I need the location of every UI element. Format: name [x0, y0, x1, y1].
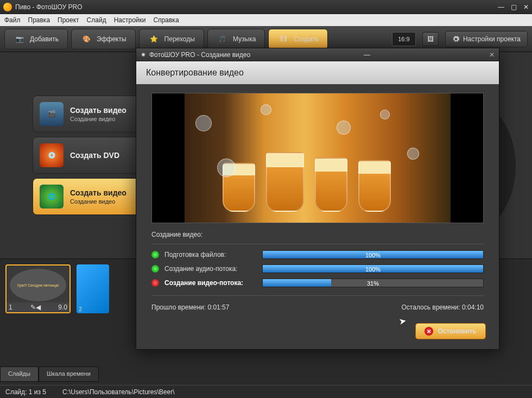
- tab-slides[interactable]: Слайды: [0, 367, 39, 382]
- stop-button[interactable]: ✕ Остановить: [415, 323, 486, 339]
- timeline-thumb-2[interactable]: 2: [77, 264, 109, 313]
- video-preview: [151, 93, 484, 223]
- reel-icon: ✷: [141, 51, 146, 59]
- frame-icon-button[interactable]: 🖼: [422, 32, 439, 46]
- palette-icon: 🎨: [80, 33, 92, 45]
- star-icon: ⭐: [148, 33, 160, 45]
- close-icon[interactable]: ✕: [523, 3, 529, 11]
- dialog-titlebar: ✷ ФотоШОУ PRO - Создание видео — ✕: [136, 48, 499, 61]
- progress-bar: 100%: [262, 250, 484, 259]
- create-button[interactable]: 🎞Создать: [268, 29, 328, 49]
- effects-button[interactable]: 🎨Эффекты: [71, 29, 136, 49]
- separator: [151, 244, 484, 244]
- music-button[interactable]: 🎵Музыка: [207, 29, 265, 49]
- dvd-icon: 💿: [40, 143, 64, 167]
- check-icon: [151, 265, 159, 273]
- reel-icon: 🎞: [277, 33, 289, 45]
- statusbar: Слайд: 1 из 5 C:\Users\Пользователь\Pict…: [0, 385, 532, 398]
- menu-edit[interactable]: Правка: [28, 16, 50, 24]
- transitions-button[interactable]: ⭐Переходы: [139, 29, 204, 49]
- thumb-preview: Ура!!! Сегодня пятница!: [10, 269, 66, 301]
- menu-settings[interactable]: Настройки: [114, 16, 146, 24]
- progress-bar: 31%: [262, 279, 484, 287]
- time-row: Прошло времени: 0:01:57 Осталось времени…: [151, 304, 484, 311]
- tab-timescale[interactable]: Шкала времени: [39, 367, 99, 382]
- dialog-body: Создание видео: Подготовка файлов: 100% …: [136, 84, 499, 320]
- window-title: Пиво - ФотоШОУ PRO: [15, 3, 83, 11]
- menubar: Файл Правка Проект Слайд Настройки Справ…: [0, 14, 532, 26]
- check-icon: [151, 251, 159, 258]
- music-icon: 🎵: [217, 33, 229, 45]
- pencil-icon[interactable]: ✎◀: [30, 304, 41, 311]
- progress-row-audio: Создание аудио-потока: 100%: [151, 262, 484, 276]
- dialog-header: Конвертирование видео: [136, 61, 499, 84]
- titlebar: Пиво - ФотоШОУ PRO — ▢ ✕: [0, 0, 532, 14]
- dialog-close-icon[interactable]: ✕: [489, 51, 495, 59]
- menu-help[interactable]: Справка: [153, 16, 179, 24]
- dialog-minimize-icon[interactable]: —: [364, 51, 370, 59]
- globe-icon: 🌐: [40, 185, 64, 209]
- convert-dialog: ✷ ФотоШОУ PRO - Создание видео — ✕ Конве…: [136, 48, 499, 350]
- add-button[interactable]: 📷Добавить: [4, 29, 68, 49]
- maximize-icon[interactable]: ▢: [511, 3, 517, 11]
- status-slide: Слайд: 1 из 5: [5, 388, 46, 396]
- progress-row-files: Подготовка файлов: 100%: [151, 248, 484, 262]
- separator: [151, 295, 484, 296]
- dialog-title: ФотоШОУ PRO - Создание видео: [149, 51, 250, 59]
- thumb-info: 1 ✎◀ 9.0: [7, 302, 69, 312]
- project-settings-button[interactable]: Настройки проекта: [445, 31, 528, 47]
- menu-project[interactable]: Проект: [58, 16, 79, 24]
- menu-file[interactable]: Файл: [4, 16, 21, 24]
- aspect-ratio[interactable]: 16:9: [392, 32, 416, 46]
- status-path: C:\Users\Пользователь\Pictures\Beer\: [62, 388, 175, 396]
- progress-section-label: Создание видео:: [151, 231, 484, 238]
- menu-slide[interactable]: Слайд: [87, 16, 106, 24]
- recording-icon: [151, 279, 159, 287]
- minimize-icon[interactable]: —: [498, 3, 504, 11]
- timeline-tabs: Слайды Шкала времени: [0, 367, 99, 382]
- gear-icon: [452, 35, 460, 43]
- progress-row-video: Создание видео-потока: 31%: [151, 276, 484, 290]
- timeline-thumb[interactable]: Ура!!! Сегодня пятница! 1 ✎◀ 9.0: [5, 264, 71, 313]
- progress-bar: 100%: [262, 264, 484, 273]
- stop-icon: ✕: [425, 327, 433, 336]
- film-icon: 🎬: [40, 102, 64, 126]
- camera-icon: 📷: [14, 33, 26, 45]
- app-icon: [3, 3, 12, 11]
